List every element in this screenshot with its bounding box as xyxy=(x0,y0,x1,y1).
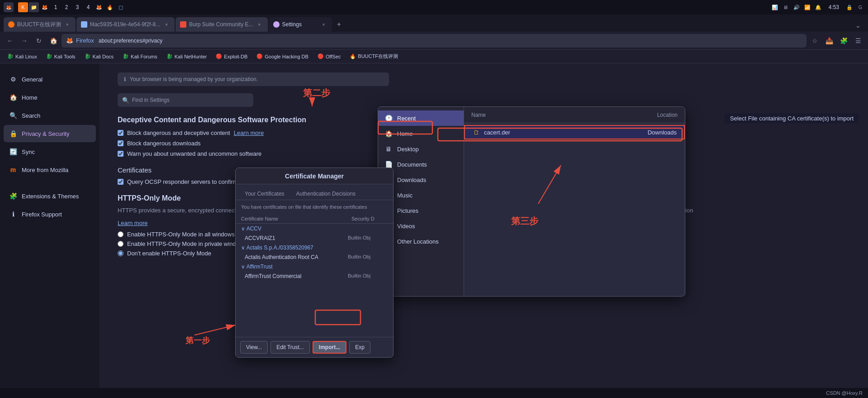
bookmark-icon-3: 🐉 xyxy=(85,53,91,59)
sidebar-item-search[interactable]: 🔍 Search xyxy=(4,107,96,124)
find-settings-input[interactable] xyxy=(132,97,249,103)
bookmark-buuctf[interactable]: 🔥 BUUCTF在线评测 xyxy=(346,52,402,62)
tab-burp[interactable]: Burp Suite Community E... × xyxy=(175,17,267,32)
nav-right-icons: ☆ 📥 🧩 ☰ xyxy=(808,34,864,47)
bookmark-ghdb[interactable]: 🔴 Google Hacking DB xyxy=(253,52,312,62)
bookmark-icon-9: 🔥 xyxy=(350,53,356,59)
checkbox-input-3[interactable] xyxy=(118,151,123,157)
browser-frame: 🦊 K 📁 🦊 1 2 3 4 🦊 🔥 ▢ 📊 🖥 🔊 📶 🔔 4:53 🔒 G xyxy=(0,0,868,398)
sidebar-item-general[interactable]: ⚙ General xyxy=(4,71,96,88)
file-row-cacert[interactable]: 🗋 cacert.der Downloads xyxy=(464,125,685,139)
checkbox-ocsp-input[interactable] xyxy=(118,179,123,185)
status-text: CSDN @Hoxy.R xyxy=(826,390,863,396)
more-icon: m xyxy=(9,166,17,174)
bookmark-star-icon[interactable]: ☆ xyxy=(808,34,821,47)
cert-sec-actalis: Builtin Obj xyxy=(348,254,384,260)
radio-input-private[interactable] xyxy=(118,241,123,247)
tray-expand-icon[interactable]: G xyxy=(856,3,864,11)
checkbox-input-2[interactable] xyxy=(118,140,123,146)
app-icon[interactable]: 🦊 xyxy=(4,2,14,12)
tray-monitor-icon[interactable]: 🖥 xyxy=(782,3,790,11)
view-button[interactable]: View... xyxy=(240,341,268,354)
sidebar-item-home[interactable]: 🏠 Home xyxy=(4,89,96,106)
export-button[interactable]: Exp xyxy=(349,341,370,354)
sidebar-label-more: More from Mozilla xyxy=(22,167,68,173)
sidebar-item-privacy[interactable]: 🔒 Privacy & Security xyxy=(4,125,96,142)
taskbar-logo2[interactable]: 🔥 xyxy=(105,2,115,12)
cert-desc: You have certificates on file that ident… xyxy=(236,200,393,214)
taskbar-logo[interactable]: 🦊 xyxy=(94,2,104,12)
tab-label-1: BUUCTF在线评测 xyxy=(17,21,61,29)
tab-close-1[interactable]: × xyxy=(64,21,71,28)
taskbar-app-file[interactable]: 📁 xyxy=(29,2,39,12)
address-bar[interactable]: 🦊 Firefox about:preferences#privacy xyxy=(62,34,806,48)
taskbar-app-ff[interactable]: 🦊 xyxy=(40,2,50,12)
bookmark-exploit-db[interactable]: 🔴 Exploit-DB xyxy=(212,52,251,62)
checkbox-label-1: Block dangerous and deceptive content xyxy=(127,129,230,136)
taskbar-app-1[interactable]: K xyxy=(18,2,28,12)
bookmark-kali-docs[interactable]: 🐉 Kali Docs xyxy=(81,52,117,62)
sidebar-item-more[interactable]: m More from Mozilla xyxy=(4,161,96,178)
tray-bell-icon[interactable]: 🔔 xyxy=(814,3,822,11)
cert-row-accvraiz1[interactable]: ACCVRAIZ1 Builtin Obj xyxy=(236,234,393,243)
fd-col-location: Location xyxy=(610,112,678,118)
sidebar-item-extensions[interactable]: 🧩 Extensions & Themes xyxy=(4,187,96,205)
fd-item-recent[interactable]: 🕐 Recent xyxy=(378,110,464,126)
sidebar-item-support[interactable]: ℹ Firefox Support xyxy=(4,206,96,223)
bookmark-offsec[interactable]: 🔴 OffSec xyxy=(314,52,344,62)
cert-group-affirm[interactable]: ∨ AffirmTrust xyxy=(236,262,393,272)
system-bar: 🦊 K 📁 🦊 1 2 3 4 🦊 🔥 ▢ 📊 🖥 🔊 📶 🔔 4:53 🔒 G xyxy=(0,0,868,14)
bookmark-kali-forums[interactable]: 🐉 Kali Forums xyxy=(119,52,161,62)
fd-item-desktop[interactable]: 🖥 Desktop xyxy=(378,141,464,157)
tab-buuctf[interactable]: BUUCTF在线评测 × xyxy=(4,17,76,32)
learn-more-link-1[interactable]: Learn more xyxy=(234,129,264,136)
radio-label-all: Enable HTTPS-Only Mode in all windows xyxy=(127,231,235,238)
bookmark-icon-2: 🐉 xyxy=(46,53,52,59)
learn-more-https[interactable]: Learn more xyxy=(118,220,147,226)
bookmark-kali-linux[interactable]: 🐉 Kali Linux xyxy=(4,52,41,62)
edit-trust-button[interactable]: Edit Trust... xyxy=(270,341,310,354)
extensions-icon[interactable]: 🧩 xyxy=(837,34,850,47)
cert-row-actalis[interactable]: Actalis Authentication Root CA Builtin O… xyxy=(236,253,393,262)
taskbar-terminal[interactable]: ▢ xyxy=(116,2,126,12)
cert-tab-auth[interactable]: Authentication Decisions xyxy=(291,188,361,200)
checkbox-input-1[interactable] xyxy=(118,130,123,136)
fd-item-home[interactable]: 🏠 Home xyxy=(378,126,464,141)
tab-close-3[interactable]: × xyxy=(256,21,263,28)
new-tab-button[interactable]: + xyxy=(333,18,346,31)
cert-tab-yours[interactable]: Your Certificates xyxy=(239,188,290,200)
sys-tray-right: 🔒 G xyxy=(845,3,864,11)
import-button[interactable]: Import... xyxy=(313,341,346,354)
tabs-menu-button[interactable]: ⌄ xyxy=(852,19,864,32)
reload-button[interactable]: ↻ xyxy=(33,34,45,47)
tab-hash[interactable]: f4ac5935-819e-4e54-9f2f-8... × xyxy=(76,17,175,32)
back-button[interactable]: ← xyxy=(4,34,16,47)
find-settings-bar[interactable]: 🔍 xyxy=(118,93,253,107)
tab-close-2[interactable]: × xyxy=(163,21,170,28)
sidebar-label-sync: Sync xyxy=(22,149,35,155)
home-button[interactable]: 🏠 xyxy=(47,34,60,47)
radio-input-none[interactable] xyxy=(118,250,123,256)
window-controls: 🦊 xyxy=(4,2,14,12)
cert-row-affirm[interactable]: AffirmTrust Commercial Builtin Obj xyxy=(236,272,393,281)
taskbar: K 📁 🦊 1 2 3 4 🦊 🔥 ▢ xyxy=(18,2,126,12)
extensions-sidebar-icon: 🧩 xyxy=(9,192,17,200)
cert-group-accv[interactable]: ∨ ACCV xyxy=(236,224,393,234)
tab-close-4[interactable]: × xyxy=(320,21,327,28)
pocket-icon[interactable]: 📥 xyxy=(823,34,835,47)
bookmark-icon-4: 🐉 xyxy=(123,53,129,59)
general-icon: ⚙ xyxy=(9,75,17,83)
tab-favicon-2 xyxy=(81,21,87,28)
bookmark-label-7: Google Hacking DB xyxy=(265,54,308,59)
tab-settings[interactable]: Settings × xyxy=(269,17,332,32)
bookmark-kali-tools[interactable]: 🐉 Kali Tools xyxy=(43,52,79,62)
bookmark-nethunter[interactable]: 🐉 Kali NetHunter xyxy=(163,52,211,62)
menu-button[interactable]: ☰ xyxy=(852,34,864,47)
radio-input-all[interactable] xyxy=(118,231,123,237)
sidebar-item-sync[interactable]: 🔄 Sync xyxy=(4,143,96,160)
bookmark-label-4: Kali Forums xyxy=(131,54,157,59)
cert-group-actalis[interactable]: ∨ Actalis S.p.A./03358520967 xyxy=(236,243,393,253)
tray-volume-icon[interactable]: 🔊 xyxy=(792,3,801,11)
tray-network-icon[interactable]: 📶 xyxy=(803,3,811,11)
forward-button[interactable]: → xyxy=(18,34,31,47)
